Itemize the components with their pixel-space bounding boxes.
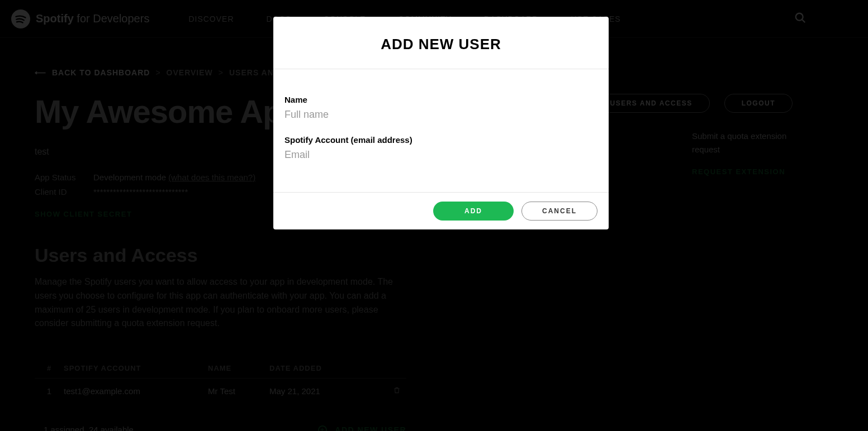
cancel-button[interactable]: CANCEL xyxy=(521,202,597,221)
email-input[interactable] xyxy=(284,147,597,165)
add-user-modal: ADD NEW USER Name Spotify Account (email… xyxy=(273,17,609,229)
modal-title: ADD NEW USER xyxy=(273,17,609,69)
add-button[interactable]: ADD xyxy=(433,202,514,221)
email-label: Spotify Account (email address) xyxy=(284,135,597,145)
name-input[interactable] xyxy=(284,107,597,125)
name-label: Name xyxy=(284,95,597,104)
